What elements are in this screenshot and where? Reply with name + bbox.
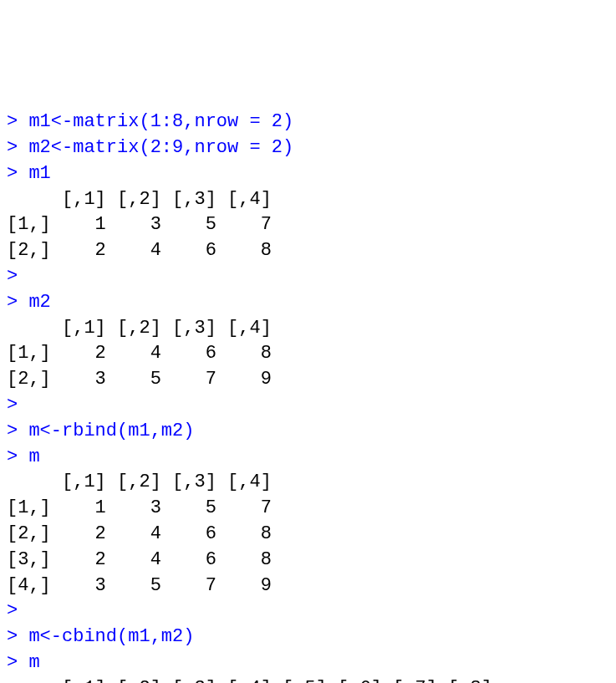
console-output: [4,] 3 5 7 9 (7, 575, 272, 596)
prompt: > (7, 600, 18, 621)
prompt: > (7, 446, 18, 467)
code-input (18, 395, 28, 415)
code-input: m2<-matrix(2:9,nrow = 2) (18, 137, 293, 158)
console-output: [,1] [,2] [,3] [,4] (7, 318, 272, 339)
code-input: m1 (18, 163, 51, 184)
console-output: [1,] 1 3 5 7 (7, 497, 272, 518)
prompt: > (7, 395, 18, 415)
code-input: m<-rbind(m1,m2) (18, 421, 194, 441)
console-output: [1,] 2 4 6 8 (7, 343, 272, 364)
prompt: > (7, 421, 18, 441)
code-input: m1<-matrix(1:8,nrow = 2) (18, 111, 293, 132)
code-input: m2 (18, 292, 51, 313)
console-output: [2,] 2 4 6 8 (7, 523, 272, 544)
console-output: [,1] [,2] [,3] [,4] (7, 471, 272, 492)
prompt: > (7, 626, 18, 647)
prompt: > (7, 163, 18, 184)
code-input: m (18, 446, 39, 467)
console-output: [,1] [,2] [,3] [,4] [,5] [,6] [,7] [,8] (7, 678, 492, 683)
prompt: > (7, 292, 18, 313)
r-console[interactable]: > m1<-matrix(1:8,nrow = 2) > m2<-matrix(… (7, 110, 609, 683)
code-input (18, 266, 28, 287)
prompt: > (7, 137, 18, 158)
console-output: [2,] 2 4 6 8 (7, 240, 272, 261)
console-output: [1,] 1 3 5 7 (7, 214, 272, 235)
console-output: [,1] [,2] [,3] [,4] (7, 189, 272, 210)
prompt: > (7, 266, 18, 287)
console-output: [2,] 3 5 7 9 (7, 369, 272, 390)
code-input: m<-cbind(m1,m2) (18, 626, 194, 647)
code-input: m (18, 652, 39, 673)
console-output: [3,] 2 4 6 8 (7, 549, 272, 570)
prompt: > (7, 111, 18, 132)
prompt: > (7, 652, 18, 673)
code-input (18, 600, 28, 621)
